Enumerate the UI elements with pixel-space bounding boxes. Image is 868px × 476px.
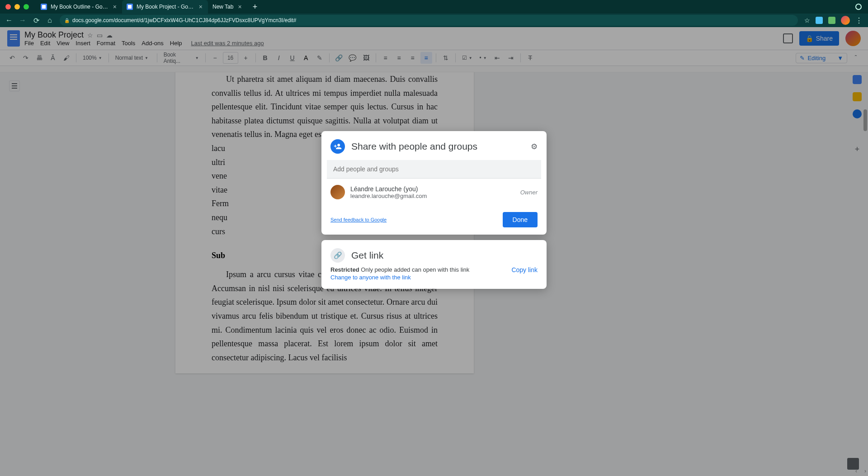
forward-button[interactable]: → xyxy=(19,17,26,24)
person-row: Léandre Larouche (you) leandre.larouche@… xyxy=(330,185,538,199)
close-tab-icon[interactable]: × xyxy=(237,3,242,10)
tab-title: New Tab xyxy=(212,4,233,10)
browser-chrome: My Book Outline - Google Doc… × My Book … xyxy=(0,0,868,27)
tab-title: My Book Project - Google Doc… xyxy=(137,4,194,10)
close-tab-icon[interactable]: × xyxy=(198,3,203,10)
minimize-window-button[interactable] xyxy=(14,4,20,9)
extension-icon[interactable] xyxy=(816,17,823,24)
close-tab-icon[interactable]: × xyxy=(112,3,118,10)
link-description: Restricted Only people added can open wi… xyxy=(330,266,469,273)
feedback-link[interactable]: Send feedback to Google xyxy=(330,217,387,222)
docs-favicon xyxy=(41,4,47,10)
link-desc-text: Only people added can open with this lin… xyxy=(361,266,469,273)
tab-newtab[interactable]: New Tab × xyxy=(208,0,247,14)
copy-link-button[interactable]: Copy link xyxy=(511,266,538,273)
address-bar: ← → ⟳ ⌂ 🔒 docs.google.com/document/d/1jw… xyxy=(0,14,868,27)
gear-icon[interactable]: ⚙ xyxy=(531,142,538,151)
add-people-input[interactable] xyxy=(327,160,541,179)
person-avatar xyxy=(330,185,345,199)
window-controls xyxy=(5,4,29,9)
done-button[interactable]: Done xyxy=(503,212,538,227)
browser-actions: ☆ ⋮ xyxy=(804,16,863,25)
home-button[interactable]: ⌂ xyxy=(46,17,53,24)
profile-avatar[interactable] xyxy=(841,16,850,25)
reload-button[interactable]: ⟳ xyxy=(33,17,40,24)
extensions-menu-icon[interactable] xyxy=(828,17,835,24)
url-field[interactable]: 🔒 docs.google.com/document/d/1jwDCFxlxW4… xyxy=(60,15,798,26)
person-email: leandre.larouche@gmail.com xyxy=(350,193,427,199)
docs-favicon xyxy=(127,4,133,10)
person-add-icon xyxy=(330,139,345,154)
new-tab-button[interactable]: + xyxy=(247,2,263,12)
restricted-label: Restricted xyxy=(330,266,359,273)
close-window-button[interactable] xyxy=(5,4,11,9)
link-icon: 🔗 xyxy=(330,248,345,263)
get-link-card: 🔗 Get link Restricted Only people added … xyxy=(321,240,547,289)
share-dialog: Share with people and groups ⚙ Léandre L… xyxy=(321,131,547,289)
maximize-window-button[interactable] xyxy=(24,4,29,9)
share-card: Share with people and groups ⚙ Léandre L… xyxy=(321,131,547,235)
share-dialog-title: Share with people and groups xyxy=(351,141,477,152)
bookmark-icon[interactable]: ☆ xyxy=(804,17,810,24)
tab-title: My Book Outline - Google Doc… xyxy=(51,4,108,10)
get-link-title: Get link xyxy=(351,250,383,261)
tab-strip: My Book Outline - Google Doc… × My Book … xyxy=(0,0,868,14)
browser-menu-icon[interactable]: ⋮ xyxy=(855,16,863,25)
tab-outline[interactable]: My Book Outline - Google Doc… × xyxy=(36,0,122,14)
url-text: docs.google.com/document/d/1jwDCFxlxW4G-… xyxy=(72,17,297,24)
lock-icon: 🔒 xyxy=(64,18,70,23)
back-button[interactable]: ← xyxy=(5,17,13,24)
person-role: Owner xyxy=(520,189,538,196)
person-name: Léandre Larouche (you) xyxy=(350,185,427,193)
account-indicator-icon[interactable] xyxy=(855,4,862,10)
tab-project[interactable]: My Book Project - Google Doc… × xyxy=(122,0,208,14)
change-access-link[interactable]: Change to anyone with the link xyxy=(330,274,469,281)
